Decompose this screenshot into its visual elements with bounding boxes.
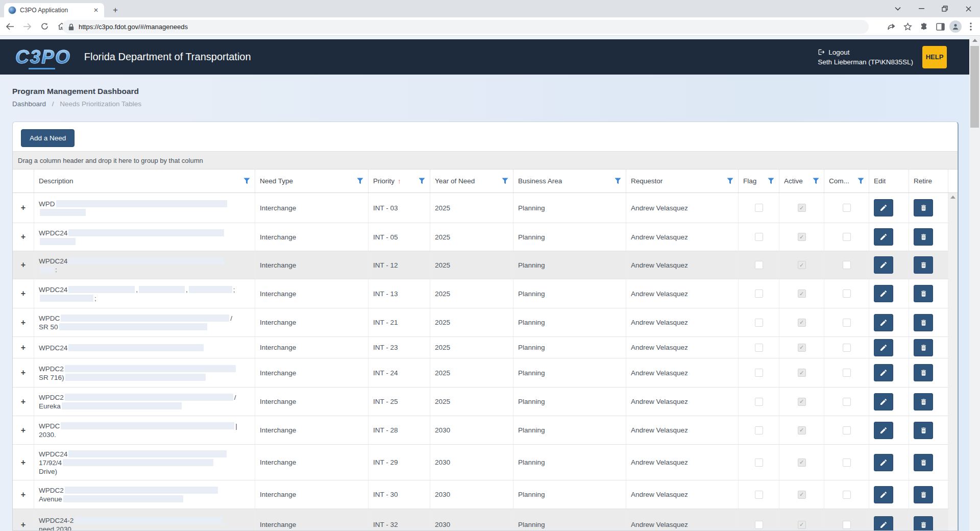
window-restore-button[interactable] bbox=[933, 0, 957, 17]
completed-checkbox bbox=[843, 426, 851, 435]
grid-scrollbar[interactable] bbox=[948, 193, 958, 531]
column-header-requestor[interactable]: Requestor bbox=[626, 170, 739, 192]
retire-button[interactable] bbox=[914, 314, 933, 331]
filter-icon[interactable] bbox=[357, 178, 363, 184]
row-expand-button[interactable]: + bbox=[13, 193, 34, 223]
pencil-icon bbox=[879, 458, 888, 467]
column-header-com[interactable]: Com... bbox=[824, 170, 869, 192]
bookmark-star-icon[interactable] bbox=[900, 19, 915, 34]
browser-menu-kebab-icon[interactable] bbox=[964, 19, 978, 34]
share-icon[interactable] bbox=[884, 19, 898, 34]
column-header-description[interactable]: Description bbox=[34, 170, 255, 192]
filter-icon[interactable] bbox=[615, 178, 621, 184]
edit-button[interactable] bbox=[874, 314, 893, 331]
row-expand-button[interactable]: + bbox=[13, 358, 34, 387]
column-header-active[interactable]: Active bbox=[779, 170, 824, 192]
retire-button[interactable] bbox=[914, 454, 933, 471]
column-header-retire[interactable]: Retire bbox=[909, 170, 948, 192]
profile-avatar[interactable] bbox=[949, 20, 962, 33]
column-header-need-type[interactable]: Need Type bbox=[255, 170, 369, 192]
edit-cell bbox=[869, 480, 909, 509]
new-tab-button[interactable]: + bbox=[109, 4, 121, 16]
tab-search-chevron-icon[interactable] bbox=[886, 0, 910, 17]
refresh-icon[interactable] bbox=[37, 19, 52, 34]
retire-button[interactable] bbox=[914, 393, 933, 411]
redacted-text bbox=[40, 295, 93, 302]
year-of-need-cell: 2025 bbox=[430, 337, 513, 358]
window-close-button[interactable] bbox=[957, 0, 980, 17]
row-expand-button[interactable]: + bbox=[13, 416, 34, 444]
page-scroll-up-icon[interactable] bbox=[972, 39, 977, 42]
filter-icon[interactable] bbox=[768, 178, 774, 184]
business-area-cell: Planning bbox=[513, 251, 626, 279]
add-need-button[interactable]: Add a Need bbox=[21, 129, 75, 147]
row-expand-button[interactable]: + bbox=[13, 279, 34, 308]
filter-icon[interactable] bbox=[857, 178, 864, 184]
edit-button[interactable] bbox=[874, 228, 893, 246]
column-header-edit[interactable]: Edit bbox=[869, 170, 909, 192]
need-type-cell: Interchange bbox=[255, 193, 369, 223]
row-expand-button[interactable]: + bbox=[13, 445, 34, 480]
retire-button[interactable] bbox=[914, 285, 933, 302]
edit-button[interactable] bbox=[874, 364, 893, 381]
completed-checkbox bbox=[843, 344, 851, 352]
retire-button[interactable] bbox=[914, 228, 933, 246]
edit-button[interactable] bbox=[874, 199, 893, 216]
redacted-text bbox=[68, 229, 224, 236]
filter-icon[interactable] bbox=[813, 178, 819, 184]
edit-button[interactable] bbox=[874, 516, 893, 531]
column-header-flag[interactable]: Flag bbox=[739, 170, 779, 192]
retire-button[interactable] bbox=[914, 422, 933, 439]
edit-button[interactable] bbox=[874, 486, 893, 503]
column-header-business-area[interactable]: Business Area bbox=[513, 170, 626, 192]
retire-button[interactable] bbox=[914, 199, 933, 216]
retire-button[interactable] bbox=[914, 516, 933, 531]
row-expand-button[interactable]: + bbox=[13, 480, 34, 509]
retire-button[interactable] bbox=[914, 364, 933, 381]
grid-scroll-up-icon[interactable] bbox=[950, 196, 955, 199]
business-area-cell: Planning bbox=[513, 509, 626, 531]
back-icon[interactable] bbox=[2, 19, 17, 34]
breadcrumb-dashboard[interactable]: Dashboard bbox=[12, 100, 46, 108]
column-header-year-of-need[interactable]: Year of Need bbox=[430, 170, 513, 192]
window-minimize-button[interactable] bbox=[910, 0, 933, 17]
tab-close-icon[interactable]: ✕ bbox=[92, 6, 100, 14]
edit-button[interactable] bbox=[874, 393, 893, 411]
row-expand-button[interactable]: + bbox=[13, 337, 34, 358]
pencil-icon bbox=[879, 204, 888, 212]
edit-button[interactable] bbox=[874, 285, 893, 302]
logout-link[interactable]: Logout bbox=[818, 49, 913, 56]
forward-icon[interactable] bbox=[19, 19, 35, 34]
column-header-priority[interactable]: Priority↑ bbox=[369, 170, 430, 192]
row-expand-button[interactable]: + bbox=[13, 308, 34, 336]
retire-button[interactable] bbox=[914, 339, 933, 356]
flag-checkbox-cell bbox=[739, 358, 779, 387]
row-expand-button[interactable]: + bbox=[13, 509, 34, 531]
year-of-need-cell: 2030 bbox=[430, 416, 513, 444]
page-scrollbar-thumb[interactable] bbox=[970, 46, 979, 128]
edit-button[interactable] bbox=[874, 422, 893, 439]
description-cell: WPDC/SR 50 bbox=[34, 308, 255, 336]
filter-icon[interactable] bbox=[502, 178, 508, 184]
retire-button[interactable] bbox=[914, 256, 933, 274]
row-expand-button[interactable]: + bbox=[13, 251, 34, 279]
browser-toolbar: https://c3po.fdot.gov/#/manageneeds bbox=[0, 17, 980, 36]
side-panel-icon[interactable] bbox=[933, 19, 947, 34]
row-expand-button[interactable]: + bbox=[13, 388, 34, 416]
browser-tab[interactable]: C3PO Application ✕ bbox=[4, 3, 104, 17]
page-scrollbar[interactable] bbox=[969, 36, 980, 531]
edit-button[interactable] bbox=[874, 256, 893, 274]
extensions-puzzle-icon[interactable] bbox=[917, 19, 931, 34]
filter-icon[interactable] bbox=[727, 178, 733, 184]
group-by-bar[interactable]: Drag a column header and drop it here to… bbox=[13, 151, 958, 169]
edit-button[interactable] bbox=[874, 454, 893, 471]
lock-icon bbox=[68, 23, 74, 31]
active-checkbox: ✓ bbox=[798, 398, 806, 406]
filter-icon[interactable] bbox=[419, 178, 425, 184]
help-button[interactable]: HELP bbox=[922, 46, 947, 68]
row-expand-button[interactable]: + bbox=[13, 223, 34, 251]
filter-icon[interactable] bbox=[243, 178, 250, 184]
edit-button[interactable] bbox=[874, 339, 893, 356]
retire-button[interactable] bbox=[914, 486, 933, 503]
url-bar[interactable]: https://c3po.fdot.gov/#/manageneeds bbox=[62, 20, 869, 34]
